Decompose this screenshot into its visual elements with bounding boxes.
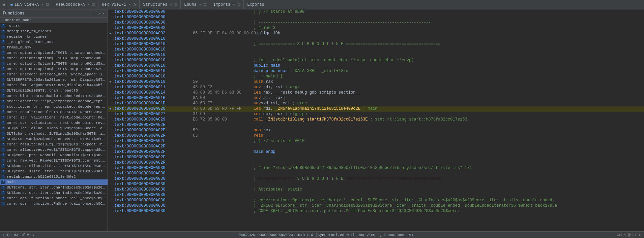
function-item[interactable]: fframe_dummy bbox=[0, 45, 108, 50]
function-item[interactable]: f$LT$char::methods::$LT$impl$u20$char$GT… bbox=[0, 131, 108, 136]
tab-close-enums[interactable]: ✕ bbox=[198, 2, 202, 7]
function-item[interactable]: f$LT$core..str..iter..CharIndices$u20$as… bbox=[0, 185, 108, 190]
code-line[interactable]: .text:000000000000A010; int __cdecl main… bbox=[108, 58, 644, 63]
code-line[interactable]: .text:000000000000A01D48 63 F7movsxd rsi… bbox=[108, 101, 644, 106]
function-item[interactable]: f$LT$alloc..alloc..Global$u20$as$u20$cor… bbox=[0, 126, 108, 131]
function-item[interactable]: fstd::io::error::repr_bitpacked::decode_… bbox=[0, 99, 108, 104]
code-line[interactable]: .text:000000000000A030; =============== … bbox=[108, 176, 644, 182]
code-line[interactable]: .text:000000000000A02E59pop rcx bbox=[108, 128, 644, 133]
code-line[interactable]: .text:000000000000A01148 89 F2mov rdx, r… bbox=[108, 85, 644, 90]
code-line[interactable]: .text:000000000000A02F bbox=[108, 144, 644, 149]
code-line[interactable]: ●.text:000000000000A00266 2E 0F 1F 84 00… bbox=[108, 31, 644, 36]
function-item[interactable]: fstd::io::error::repr_bitpacked::decode_… bbox=[0, 104, 108, 109]
code-line[interactable]: .text:000000000000A010 bbox=[108, 36, 644, 42]
code-line[interactable]: .text:000000000000A030; #line "/rustc/84… bbox=[108, 166, 644, 171]
panel-close-icon[interactable]: ✕ bbox=[102, 11, 105, 16]
function-item[interactable]: fmain bbox=[0, 179, 108, 185]
tab-close-hex[interactable]: ✕ bbox=[128, 2, 132, 7]
functions-panel: Functions □ ↗ ✕ Function name f_startfde… bbox=[0, 9, 108, 231]
code-line[interactable]: .text:000000000000A030; core::option::Op… bbox=[108, 198, 644, 203]
function-item[interactable]: f$LT$impl1$u20$GT$::trim::hbae5f5 bbox=[0, 88, 108, 93]
code-line[interactable]: .text:000000000000A02Fmain endp bbox=[108, 149, 644, 155]
code-line[interactable]: .text:000000000000A02731 C9xor ecx, ecx … bbox=[108, 112, 644, 117]
code-line[interactable]: .text:000000000000A01B8A 00mov al, [rax] bbox=[108, 96, 644, 101]
tab-icon2-enums[interactable]: □ bbox=[204, 2, 206, 7]
function-item[interactable]: fcore::result::Result$LT$T$CE$GT$::expec… bbox=[0, 142, 108, 147]
code-view[interactable]: .text:000000000000A000; } // starts at 9… bbox=[108, 9, 644, 231]
code-line[interactable]: .text:000000000000A02E bbox=[108, 123, 644, 128]
function-item[interactable]: frevlab::main::h512e681518e409e2 bbox=[0, 174, 108, 179]
tab-exports[interactable]: Exports bbox=[244, 0, 268, 9]
function-item[interactable]: fcore::ops::function::FnOnce::call_once:… bbox=[0, 201, 108, 206]
tab-imports[interactable]: Imports ✕ □ bbox=[210, 0, 244, 9]
tab-close-imports[interactable]: ✕ bbox=[232, 2, 236, 7]
function-item[interactable]: fcore::str::validations::next_code_point… bbox=[0, 120, 108, 126]
tab-pseudocode-a[interactable]: Pseudocode-A ✕ □ bbox=[52, 0, 98, 9]
tab-icon2-struct[interactable]: □ bbox=[175, 2, 177, 7]
code-line[interactable]: .text:000000000000A010main proc near ; D… bbox=[108, 69, 644, 74]
tab-icon2-pseudo[interactable]: □ bbox=[92, 2, 95, 7]
code-line[interactable]: .text:000000000000A02FC3retn bbox=[108, 133, 644, 139]
panel-restore-icon[interactable]: □ bbox=[93, 11, 96, 16]
function-item[interactable]: f$LT$core..str..iter..CharIndices$u20$as… bbox=[0, 190, 108, 196]
code-line[interactable]: .text:000000000000A030 bbox=[108, 182, 644, 187]
tab-icon-hex[interactable]: A bbox=[134, 2, 136, 7]
tab-icon2-ida[interactable]: □ bbox=[46, 2, 49, 7]
code-line[interactable]: .text:000000000000A010 bbox=[108, 53, 644, 58]
function-item[interactable]: f$LT$core..ptr..NonNull..NonNull$LT$T$GT… bbox=[0, 152, 108, 158]
function-item[interactable]: f$LT$core..slice..iter..Iter$LT$T$GT$$u2… bbox=[0, 169, 108, 174]
code-line[interactable]: .text:000000000000A029E8 72 05 00 00call… bbox=[108, 117, 644, 123]
function-item[interactable]: fcore::hint::unreachable_unchecked::h1e3… bbox=[0, 93, 108, 99]
code-line[interactable]: .text:000000000000A030 bbox=[108, 171, 644, 176]
function-item[interactable]: fcore::ops::function::FnOnce::call_once$… bbox=[0, 196, 108, 201]
code-line[interactable]: .text:000000000000A010public main bbox=[108, 63, 644, 69]
code-line[interactable]: .text:000000000000A010 bbox=[108, 47, 644, 53]
tab-icon2-imports[interactable]: □ bbox=[238, 2, 240, 7]
code-line[interactable]: .text:000000000000A02F bbox=[108, 155, 644, 160]
function-item[interactable]: f_start bbox=[0, 23, 108, 29]
function-item[interactable]: fderegister_tm_clones bbox=[0, 29, 108, 34]
code-line[interactable]: .text:000000000000A000 bbox=[108, 15, 644, 20]
function-item[interactable]: f$LT$SRFP$T$u20$as$u20$core..fmt..Displa… bbox=[0, 77, 108, 82]
function-item[interactable]: fcore::result::ResultLT$T$CE$GT$::Repr$u… bbox=[0, 109, 108, 115]
line-asm: ; core::option::Option<(usize,char)> *__… bbox=[254, 198, 555, 203]
tab-close-ida[interactable]: ✕ bbox=[40, 2, 45, 7]
function-item[interactable]: fcore::unicode::unicode_data::white_spac… bbox=[0, 72, 108, 77]
code-line[interactable]: .text:000000000000A000; } // starts at 9… bbox=[108, 9, 644, 15]
code-line[interactable]: .text:000000000000A030; Attributes: stat… bbox=[108, 187, 644, 193]
function-item[interactable]: fcore::option::Option$LT$GT$::map::hb96b… bbox=[0, 61, 108, 66]
function-item[interactable]: f$LT$T$u20$as$u20$core..convert..Into$LT… bbox=[0, 136, 108, 142]
tab-hex-view[interactable]: Hex View-1 ✕ A bbox=[98, 0, 140, 9]
function-item[interactable]: fregister_tm_clones bbox=[0, 34, 108, 39]
code-line[interactable]: .text:000000000000A010; __unwind { bbox=[108, 74, 644, 79]
function-item[interactable]: fcore::option::Option$LT$GT$::map::hb81d… bbox=[0, 56, 108, 61]
function-item[interactable]: f__do_global_dtors_aux bbox=[0, 39, 108, 45]
code-line[interactable]: .text:000000000000A030 bbox=[108, 193, 644, 198]
tab-ida-view-a[interactable]: ▣ IDA View-A ✕ □ bbox=[7, 0, 52, 9]
tab-label-ida: IDA View-A bbox=[14, 2, 39, 7]
nav-button-left[interactable]: ◀ bbox=[0, 0, 7, 9]
function-item[interactable]: f$LT$core..slice..iter..Iter$LT$T$GT$$u2… bbox=[0, 163, 108, 169]
code-line[interactable]: .text:000000000000A01448 8D 05 45 D6 03 … bbox=[108, 90, 644, 96]
tab-enums[interactable]: Enums ✕ □ bbox=[181, 0, 210, 9]
tab-close-pseudo[interactable]: ✕ bbox=[87, 2, 91, 7]
function-item[interactable]: fcore::alloc::vec::Vec$LT$T$CA$GT$::appe… bbox=[0, 147, 108, 152]
code-line[interactable]: .text:000000000000A030; _ZN102_$LT$core_… bbox=[108, 203, 644, 209]
code-line[interactable]: .text:000000000000A002; #line 3 bbox=[108, 26, 644, 31]
tab-close-struct[interactable]: ✕ bbox=[169, 2, 173, 7]
functions-list[interactable]: f_startfderegister_tm_clonesfregister_tm… bbox=[0, 23, 108, 231]
function-item[interactable]: fcore::str::validations::next_code_point… bbox=[0, 115, 108, 120]
tab-structures[interactable]: Structures ✕ □ bbox=[140, 0, 181, 9]
code-line[interactable]: ●.text:000000000000A02048 8D 3D 69 FD FF… bbox=[108, 106, 644, 112]
code-line[interactable]: .text:000000000000A000; ----------------… bbox=[108, 20, 644, 26]
function-item[interactable]: fcore::option::Option$LT$GT$::map::hea09… bbox=[0, 66, 108, 72]
function-item[interactable]: fcore::raw_vec::RawVec$LT$T$CA$GT$::curr… bbox=[0, 158, 108, 163]
code-line[interactable]: ▼.text:000000000000A01050push rax bbox=[108, 79, 644, 85]
function-item[interactable]: fcore::fmt::ArgumentV1::new_display::h44… bbox=[0, 82, 108, 88]
code-line[interactable]: .text:000000000000A010; =============== … bbox=[108, 42, 644, 47]
function-item[interactable]: fcore::option::Option$LT$GT$::unwrap_unc… bbox=[0, 50, 108, 56]
panel-float-icon[interactable]: ↗ bbox=[98, 11, 101, 16]
code-line[interactable]: .text:000000000000A030; CODE XREF: _$LT$… bbox=[108, 209, 644, 214]
code-line[interactable]: .text:000000000000A02F bbox=[108, 160, 644, 166]
code-line[interactable]: .text:000000000000A02F; } // starts at A… bbox=[108, 139, 644, 144]
